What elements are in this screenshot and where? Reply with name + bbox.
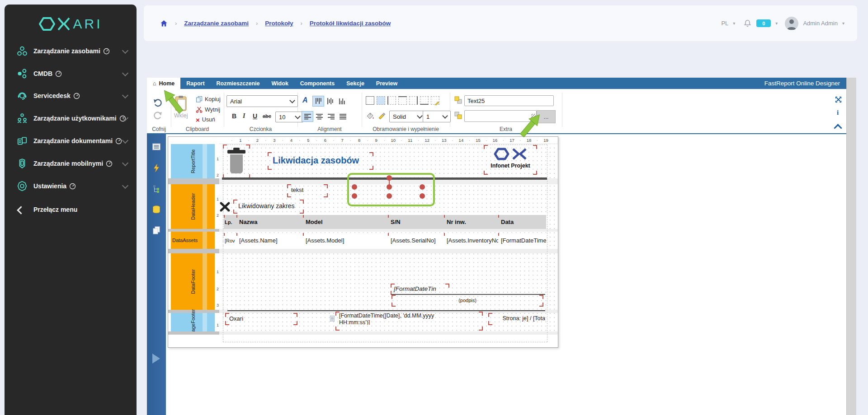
copy-button[interactable]: Kopiuj bbox=[196, 96, 221, 103]
chevron-down-icon[interactable]: ▾ bbox=[842, 21, 844, 26]
expression-more-button[interactable]: ... bbox=[537, 110, 556, 123]
send-to-back-button[interactable] bbox=[454, 112, 462, 120]
paste-button[interactable]: Wklej bbox=[174, 95, 188, 119]
border-width-select[interactable]: 1 bbox=[423, 111, 451, 122]
align-center-button[interactable] bbox=[313, 111, 325, 122]
user-name[interactable]: Admin Admin bbox=[803, 20, 838, 27]
align-left-button[interactable] bbox=[302, 111, 313, 122]
valign-bottom-button[interactable] bbox=[336, 96, 348, 107]
sidebar-item-cmdb[interactable]: CMDB bbox=[5, 64, 137, 83]
events-panel-button[interactable] bbox=[153, 164, 160, 174]
picture-object-trash[interactable] bbox=[224, 145, 249, 177]
italic-button[interactable]: I bbox=[243, 112, 245, 120]
tab-home[interactable]: ⌂Home bbox=[147, 78, 180, 89]
band-label-dataheader[interactable]: DataHeader bbox=[171, 184, 215, 229]
table-field-cell[interactable]: [Assets.SerialNo] bbox=[388, 233, 444, 248]
tab-components[interactable]: Components bbox=[294, 78, 340, 89]
tab-sekcje[interactable]: Sekcje bbox=[340, 78, 370, 89]
redo-button[interactable] bbox=[153, 112, 162, 120]
x-mark-icon[interactable] bbox=[219, 201, 231, 212]
breadcrumb-link-zasoby[interactable]: Zarządzanie zasobami bbox=[184, 20, 249, 27]
table-header-cell[interactable]: S/N bbox=[388, 215, 444, 229]
table-header-cell[interactable]: Model bbox=[303, 215, 388, 229]
expression-input[interactable] bbox=[464, 110, 537, 122]
tab-preview[interactable]: Preview bbox=[370, 78, 403, 89]
table-field-cell[interactable]: [Assets.Name] bbox=[236, 233, 303, 248]
home-icon[interactable] bbox=[160, 20, 168, 27]
fullscreen-button[interactable] bbox=[835, 96, 842, 103]
sidebar-item-ustawienia[interactable]: Ustawienia bbox=[5, 177, 137, 196]
selection-handle[interactable] bbox=[420, 184, 425, 190]
text-object-footer-date[interactable]: [FormatDateTin bbox=[392, 284, 448, 294]
table-field-cell[interactable]: [Rov bbox=[224, 233, 236, 248]
avatar[interactable] bbox=[785, 17, 798, 30]
sidebar-item-zarzadzanie-uzytkownikami[interactable]: Zarządzanie użytkownikami bbox=[5, 109, 137, 128]
resize-grip-icon[interactable] bbox=[531, 114, 536, 118]
language-select[interactable]: PL bbox=[721, 20, 728, 27]
breadcrumb-current[interactable]: Protokół likwidacji zasobów bbox=[310, 20, 391, 27]
band-label-datafooter[interactable]: DataFooter bbox=[171, 253, 215, 310]
selection-handle[interactable] bbox=[352, 193, 357, 199]
bell-icon[interactable] bbox=[743, 19, 752, 28]
notification-badge[interactable]: 0 bbox=[756, 19, 771, 27]
text-object-datetime[interactable]: [FormatDateTime([Date], 'dd.MM.yyyy HH:m… bbox=[336, 312, 482, 330]
valign-top-button[interactable] bbox=[312, 96, 324, 107]
selection-handle[interactable] bbox=[387, 193, 392, 199]
border-edit-button[interactable] bbox=[431, 96, 439, 105]
fill-color-button[interactable] bbox=[366, 112, 374, 120]
table-field-cell[interactable]: [Assets.Model] bbox=[303, 233, 388, 248]
cut-button[interactable]: Wytnij bbox=[196, 106, 220, 113]
picture-object-company-logo[interactable]: Infonet Projekt bbox=[485, 146, 536, 174]
border-style-select[interactable]: Solid bbox=[389, 111, 425, 122]
text-object-oxari[interactable]: Oxari bbox=[226, 314, 297, 324]
band-label-dataassets[interactable]: DataAssets bbox=[171, 232, 215, 249]
bring-to-front-button[interactable] bbox=[454, 96, 462, 104]
selection-handle[interactable] bbox=[352, 184, 357, 190]
border-right-button[interactable] bbox=[409, 96, 418, 105]
border-top-button[interactable] bbox=[398, 96, 407, 105]
border-left-button[interactable] bbox=[387, 96, 396, 105]
tab-raport[interactable]: Raport bbox=[180, 78, 210, 89]
line-object-pagefooter[interactable] bbox=[227, 310, 545, 311]
font-color-button[interactable]: A bbox=[302, 96, 308, 104]
band-label-pagefooter[interactable]: PageFooter bbox=[171, 313, 215, 331]
collapse-toolbar-button[interactable] bbox=[834, 124, 842, 132]
table-field-cell[interactable]: [Assets.InventoryNo bbox=[444, 233, 498, 248]
align-justify-button[interactable] bbox=[337, 111, 349, 122]
selection-handle[interactable] bbox=[387, 175, 392, 181]
properties-panel-button[interactable] bbox=[152, 143, 161, 152]
text-object-tekst[interactable]: tekst bbox=[288, 185, 327, 196]
sidebar-item-zarzadzanie-dokumentami[interactable]: Zarządzanie dokumentami bbox=[5, 131, 137, 150]
text-object-likwidowany-zakres[interactable]: Likwidowany zakres bbox=[234, 201, 303, 213]
text-object-page-number[interactable]: Strona: je] / [Tota bbox=[489, 314, 546, 324]
band-label-reporttitle[interactable]: ReportTitle bbox=[171, 144, 215, 178]
strikethrough-button[interactable]: abc bbox=[263, 113, 271, 119]
delete-button[interactable]: × Usuń bbox=[196, 117, 215, 123]
object-name-input[interactable] bbox=[464, 95, 554, 106]
table-header-cell[interactable]: Data bbox=[498, 215, 546, 229]
chevron-down-icon[interactable]: ▾ bbox=[775, 21, 778, 26]
bold-button[interactable]: B bbox=[232, 112, 236, 120]
tab-rozmieszczenie[interactable]: Rozmieszczenie bbox=[211, 78, 266, 89]
breadcrumb-link-protokoly[interactable]: Protokoły bbox=[265, 20, 293, 27]
undo-button[interactable] bbox=[153, 99, 162, 107]
underline-button[interactable]: U bbox=[253, 112, 257, 120]
data-panel-button[interactable] bbox=[152, 205, 160, 215]
report-tree-button[interactable] bbox=[153, 185, 160, 195]
chevron-down-icon[interactable]: ▾ bbox=[733, 21, 735, 26]
font-size-select[interactable]: 10 bbox=[275, 112, 303, 122]
sidebar-item-zarzadzanie-mobilnymi[interactable]: Zarządzanie mobilnymi bbox=[5, 154, 137, 173]
table-header-cell[interactable]: Lp. bbox=[224, 215, 236, 229]
align-right-button[interactable] bbox=[325, 111, 337, 122]
pages-button[interactable] bbox=[152, 226, 160, 236]
selection-handle[interactable] bbox=[420, 193, 425, 199]
preview-run-button[interactable] bbox=[152, 354, 160, 364]
sidebar-item-servicedesk[interactable]: Servicedesk bbox=[5, 86, 137, 105]
border-color-button[interactable] bbox=[377, 112, 386, 120]
line-object-title-separator[interactable] bbox=[222, 177, 547, 180]
vertical-scrollbar[interactable] bbox=[846, 78, 856, 415]
selection-handle[interactable] bbox=[387, 184, 392, 190]
table-header-cell[interactable]: Nazwa bbox=[236, 215, 303, 229]
info-button[interactable]: i bbox=[837, 109, 839, 117]
tab-widok[interactable]: Widok bbox=[265, 78, 294, 89]
